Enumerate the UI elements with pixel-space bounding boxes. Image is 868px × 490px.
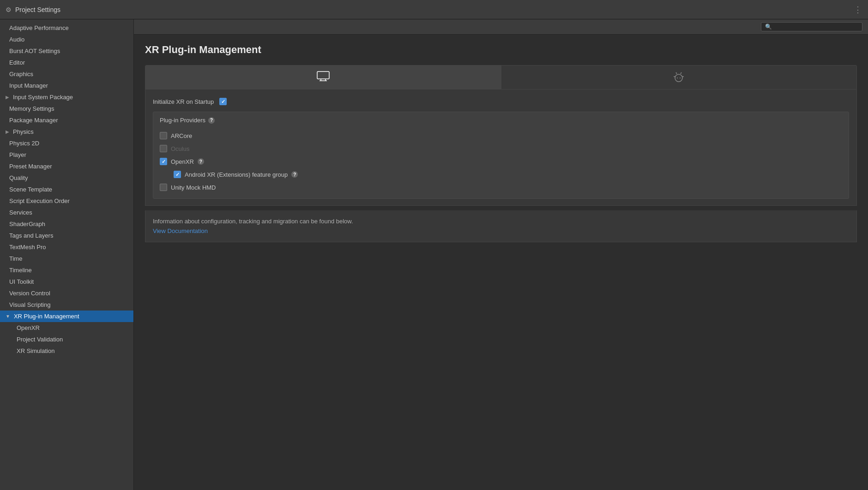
tab-pc[interactable] xyxy=(145,66,501,89)
tab-android[interactable] xyxy=(501,66,857,89)
window-title: Project Settings xyxy=(15,6,60,13)
sidebar-item-label: Project Validation xyxy=(17,336,63,343)
openxr-checkbox-box[interactable] xyxy=(160,158,167,165)
search-bar: 🔍 xyxy=(134,19,868,35)
sidebar-item-openxr[interactable]: OpenXR xyxy=(0,322,133,334)
sidebar-item-package-manager[interactable]: Package Manager xyxy=(0,114,133,126)
settings-panel: Initialize XR on Startup Plug-in Provide… xyxy=(145,90,857,206)
sidebar-item-label: Quality xyxy=(9,174,28,181)
sidebar-item-label: Memory Settings xyxy=(9,105,54,112)
initialize-xr-label: Initialize XR on Startup xyxy=(153,98,214,105)
sidebar-item-xr-plugin[interactable]: ▼XR Plug-in Management xyxy=(0,311,133,322)
providers-help-icon[interactable]: ? xyxy=(208,117,215,124)
sidebar-item-timeline[interactable]: Timeline xyxy=(0,264,133,276)
arcore-checkbox-box[interactable] xyxy=(160,132,167,139)
sidebar-item-textmesh-pro[interactable]: TextMesh Pro xyxy=(0,241,133,253)
sidebar-item-tags-layers[interactable]: Tags and Layers xyxy=(0,230,133,241)
sidebar-item-quality[interactable]: Quality xyxy=(0,172,133,184)
svg-line-8 xyxy=(681,72,681,74)
svg-point-9 xyxy=(677,78,678,78)
initialize-xr-checkbox-box[interactable] xyxy=(219,98,227,105)
sidebar-item-label: Visual Scripting xyxy=(9,301,50,308)
provider-oculus-row: Oculus xyxy=(160,142,842,155)
sidebar-item-shadergraph[interactable]: ShaderGraph xyxy=(0,218,133,230)
sidebar-item-burst-aot[interactable]: Burst AOT Settings xyxy=(0,45,133,57)
sidebar-item-label: UI Toolkit xyxy=(9,278,34,285)
sidebar-item-editor[interactable]: Editor xyxy=(0,57,133,68)
sidebar-item-label: Preset Manager xyxy=(9,163,52,170)
sidebar-item-preset-manager[interactable]: Preset Manager xyxy=(0,161,133,172)
sidebar-item-label: Input Manager xyxy=(9,82,48,89)
android-xr-checkbox-box[interactable] xyxy=(174,171,181,178)
mock-hmd-checkbox[interactable]: Unity Mock HMD xyxy=(160,184,216,191)
svg-point-10 xyxy=(680,78,681,78)
sidebar-item-player[interactable]: Player xyxy=(0,149,133,161)
android-tab-icon xyxy=(674,70,684,84)
initialize-xr-checkbox[interactable] xyxy=(219,98,227,105)
sidebar-item-input-manager[interactable]: Input Manager xyxy=(0,80,133,91)
search-input-wrap[interactable]: 🔍 xyxy=(761,22,862,31)
sidebar-item-label: Scene Template xyxy=(9,186,52,193)
sidebar-item-label: XR Plug-in Management xyxy=(14,313,79,320)
sidebar-item-label: Burst AOT Settings xyxy=(9,48,60,54)
info-section: Information about configuration, trackin… xyxy=(145,210,857,242)
window-menu-button[interactable]: ⋮ xyxy=(854,5,862,15)
sidebar-item-time[interactable]: Time xyxy=(0,253,133,264)
sidebar-item-adaptive-performance[interactable]: Adaptive Performance xyxy=(0,22,133,34)
sidebar-item-project-validation[interactable]: Project Validation xyxy=(0,334,133,345)
page-title: XR Plug-in Management xyxy=(145,44,857,56)
plugin-providers-section: Plug-in Providers ? ARCore xyxy=(153,112,849,199)
sidebar-item-script-execution[interactable]: Script Execution Order xyxy=(0,195,133,207)
oculus-checkbox-box[interactable] xyxy=(160,145,167,152)
main-layout: Adaptive PerformanceAudioBurst AOT Setti… xyxy=(0,19,868,490)
mock-hmd-checkbox-box[interactable] xyxy=(160,184,167,191)
android-xr-help-icon[interactable]: ? xyxy=(291,171,298,178)
sidebar-item-label: Player xyxy=(9,151,26,158)
provider-mock-hmd-row: Unity Mock HMD xyxy=(160,181,842,194)
sidebar-item-services[interactable]: Services xyxy=(0,207,133,218)
sidebar-item-label: ShaderGraph xyxy=(9,221,45,227)
sidebar-item-memory-settings[interactable]: Memory Settings xyxy=(0,103,133,114)
initialize-xr-row: Initialize XR on Startup xyxy=(153,96,849,107)
sidebar-item-ui-toolkit[interactable]: UI Toolkit xyxy=(0,276,133,287)
sidebar-item-physics[interactable]: ▶Physics xyxy=(0,126,133,137)
sidebar-item-label: Package Manager xyxy=(9,117,58,124)
oculus-checkbox[interactable]: Oculus xyxy=(160,145,189,152)
sidebar-item-visual-scripting[interactable]: Visual Scripting xyxy=(0,299,133,311)
sidebar-item-label: Time xyxy=(9,255,22,262)
arcore-label: ARCore xyxy=(171,132,192,139)
tab-strip xyxy=(145,65,857,90)
sidebar-item-label: TextMesh Pro xyxy=(9,244,46,251)
sidebar-item-label: XR Simulation xyxy=(17,347,54,354)
sidebar-item-label: Timeline xyxy=(9,267,32,274)
sidebar-item-physics-2d[interactable]: Physics 2D xyxy=(0,137,133,149)
sidebar-item-version-control[interactable]: Version Control xyxy=(0,287,133,299)
arrow-icon: ▶ xyxy=(6,95,9,100)
arrow-icon: ▼ xyxy=(6,314,10,319)
title-bar: ⚙ Project Settings ⋮ xyxy=(0,0,868,19)
android-xr-checkbox[interactable]: Android XR (Extensions) feature group xyxy=(174,171,288,178)
info-text: Information about configuration, trackin… xyxy=(153,218,849,225)
svg-point-4 xyxy=(675,74,682,82)
sidebar-item-label: Physics 2D xyxy=(9,140,39,147)
view-documentation-link[interactable]: View Documentation xyxy=(153,227,208,234)
sidebar-item-audio[interactable]: Audio xyxy=(0,34,133,45)
sidebar-item-xr-simulation[interactable]: XR Simulation xyxy=(0,345,133,357)
sidebar-item-label: Physics xyxy=(13,128,34,135)
search-icon: 🔍 xyxy=(765,24,772,30)
sidebar-item-label: Version Control xyxy=(9,290,50,297)
svg-rect-0 xyxy=(317,72,329,79)
arcore-checkbox[interactable]: ARCore xyxy=(160,132,192,139)
sidebar-item-scene-template[interactable]: Scene Template xyxy=(0,184,133,195)
sidebar-item-label: Graphics xyxy=(9,71,33,78)
providers-title: Plug-in Providers ? xyxy=(160,117,842,124)
oculus-label: Oculus xyxy=(171,145,189,152)
sidebar-item-input-system[interactable]: ▶Input System Package xyxy=(0,91,133,103)
openxr-checkbox[interactable]: OpenXR xyxy=(160,158,194,165)
sidebar-item-label: Input System Package xyxy=(13,94,73,101)
search-input[interactable] xyxy=(775,24,858,30)
sidebar-item-graphics[interactable]: Graphics xyxy=(0,68,133,80)
openxr-help-icon[interactable]: ? xyxy=(198,158,204,165)
provider-android-xr-row: Android XR (Extensions) feature group ? xyxy=(160,168,842,181)
arrow-icon: ▶ xyxy=(6,129,9,134)
